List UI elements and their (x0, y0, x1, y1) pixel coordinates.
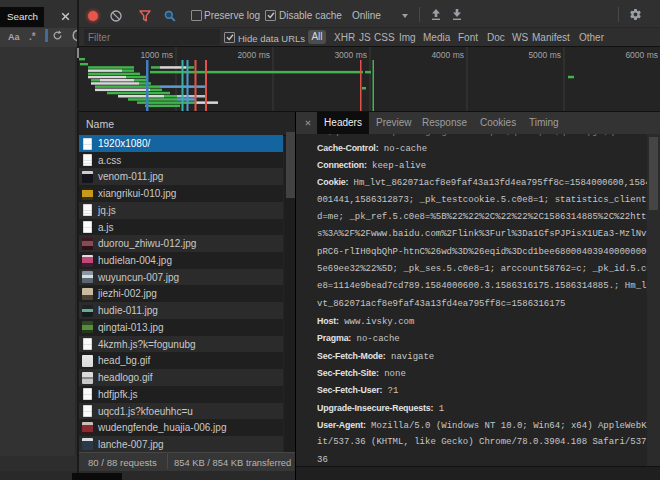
svg-text:6000 ms: 6000 ms (625, 50, 658, 60)
svg-text:3000 ms: 3000 ms (334, 50, 367, 60)
svg-text:5000 ms: 5000 ms (528, 50, 561, 60)
svg-text:2000 ms: 2000 ms (237, 50, 270, 60)
svg-text:1000 ms: 1000 ms (140, 50, 173, 60)
svg-text:4000 ms: 4000 ms (431, 50, 464, 60)
